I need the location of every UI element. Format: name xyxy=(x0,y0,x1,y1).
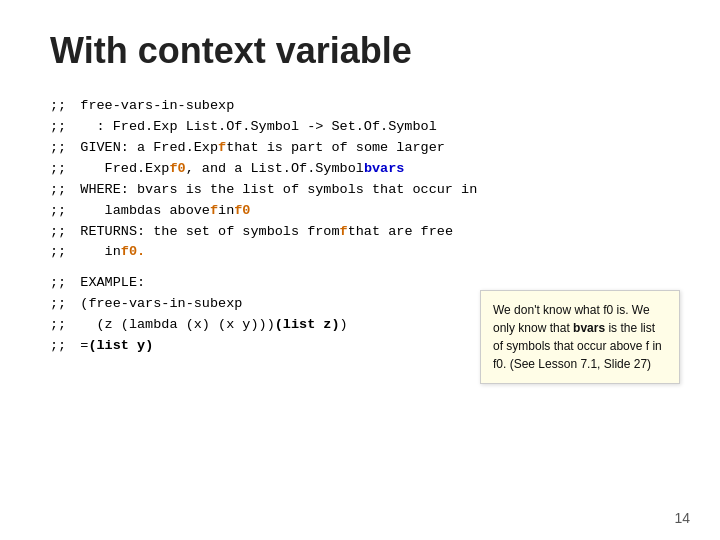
ex-prefix-1: ;; xyxy=(50,273,74,294)
code-line-3: ;; GIVEN: a Fred.Exp f that is part of s… xyxy=(50,138,680,159)
code-line-8: ;; in f0. xyxy=(50,242,680,263)
line-text-4b: , and a List.Of.Symbol xyxy=(186,159,364,180)
prefix-7: ;; xyxy=(50,222,74,243)
ex-highlight-4: (list y) xyxy=(88,336,153,357)
line-text-3a: GIVEN: a Fred.Exp xyxy=(80,138,218,159)
code-line-6: ;; lambdas above f in f0 xyxy=(50,201,680,222)
highlight-f-3: f xyxy=(218,138,226,159)
line-text-2: : Fred.Exp List.Of.Symbol -> Set.Of.Symb… xyxy=(80,117,436,138)
ex-text-2: (free-vars-in-subexp xyxy=(80,294,242,315)
highlight-f-6: f xyxy=(210,201,218,222)
ex-highlight-3: (list z) xyxy=(275,315,340,336)
prefix-1: ;; xyxy=(50,96,74,117)
slide-number: 14 xyxy=(674,510,690,526)
slide-container: With context variable ;; free-vars-in-su… xyxy=(0,0,720,540)
tooltip-bvars: bvars xyxy=(573,321,605,335)
code-line-1: ;; free-vars-in-subexp xyxy=(50,96,680,117)
code-line-2: ;; : Fred.Exp List.Of.Symbol -> Set.Of.S… xyxy=(50,117,680,138)
line-text-6a: lambdas above xyxy=(80,201,210,222)
line-text-7b: that are free xyxy=(348,222,453,243)
ex-text-3a: (z (lambda (x) (x y))) xyxy=(80,315,274,336)
ex-prefix-2: ;; xyxy=(50,294,74,315)
line-text-8a: in xyxy=(80,242,121,263)
code-line-4: ;; Fred.Exp f0, and a List.Of.Symbol bva… xyxy=(50,159,680,180)
line-text-5: WHERE: bvars is the list of symbols that… xyxy=(80,180,477,201)
ex-prefix-3: ;; xyxy=(50,315,74,336)
tooltip-box: We don't know what f0 is. We only know t… xyxy=(480,290,680,384)
ex-text-4a: = xyxy=(80,336,88,357)
prefix-8: ;; xyxy=(50,242,74,263)
line-text-6b: in xyxy=(218,201,234,222)
code-line-7: ;; RETURNS: the set of symbols from f th… xyxy=(50,222,680,243)
code-line-5: ;; WHERE: bvars is the list of symbols t… xyxy=(50,180,680,201)
prefix-2: ;; xyxy=(50,117,74,138)
ex-prefix-4: ;; xyxy=(50,336,74,357)
prefix-3: ;; xyxy=(50,138,74,159)
line-text-7a: RETURNS: the set of symbols from xyxy=(80,222,339,243)
ex-text-3b: ) xyxy=(340,315,348,336)
highlight-f0-6: f0 xyxy=(234,201,250,222)
line-text-1: free-vars-in-subexp xyxy=(80,96,234,117)
highlight-f0-4: f0 xyxy=(169,159,185,180)
highlight-f0-8: f0. xyxy=(121,242,145,263)
line-text-4a: Fred.Exp xyxy=(80,159,169,180)
highlight-bvars-4: bvars xyxy=(364,159,405,180)
gap xyxy=(50,263,680,273)
prefix-6: ;; xyxy=(50,201,74,222)
line-text-3b: that is part of some larger xyxy=(226,138,445,159)
slide-title: With context variable xyxy=(40,30,680,72)
prefix-4: ;; xyxy=(50,159,74,180)
prefix-5: ;; xyxy=(50,180,74,201)
ex-text-1: EXAMPLE: xyxy=(80,273,145,294)
highlight-f-7: f xyxy=(340,222,348,243)
